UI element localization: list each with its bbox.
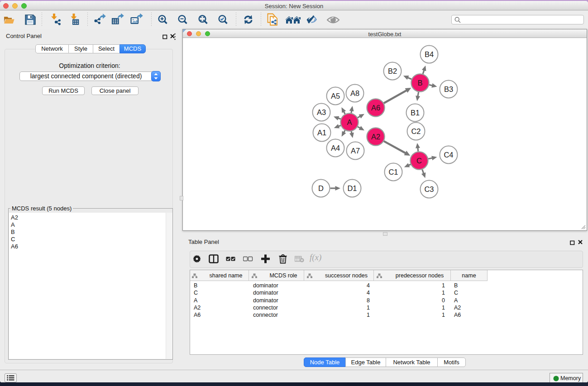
svg-text:A7: A7 [351,147,360,155]
svg-text:A6: A6 [371,104,380,112]
svg-text:B1: B1 [411,109,420,117]
svg-text:A1: A1 [317,129,326,137]
svg-text:D1: D1 [347,184,357,192]
svg-text:D: D [318,184,324,192]
svg-text:C1: C1 [388,168,398,176]
svg-text:A4: A4 [331,144,340,152]
svg-text:A3: A3 [317,108,326,116]
svg-text:B3: B3 [444,85,453,93]
svg-text:A2: A2 [371,133,380,141]
svg-text:C2: C2 [411,127,421,135]
svg-text:B: B [417,79,422,87]
svg-text:C4: C4 [444,151,453,159]
svg-text:C3: C3 [424,185,434,193]
svg-text:A5: A5 [331,92,340,100]
svg-text:A8: A8 [350,89,359,97]
svg-text:A: A [347,118,352,126]
svg-text:B4: B4 [425,50,434,58]
svg-text:C: C [416,157,422,165]
svg-text:B2: B2 [388,67,397,75]
